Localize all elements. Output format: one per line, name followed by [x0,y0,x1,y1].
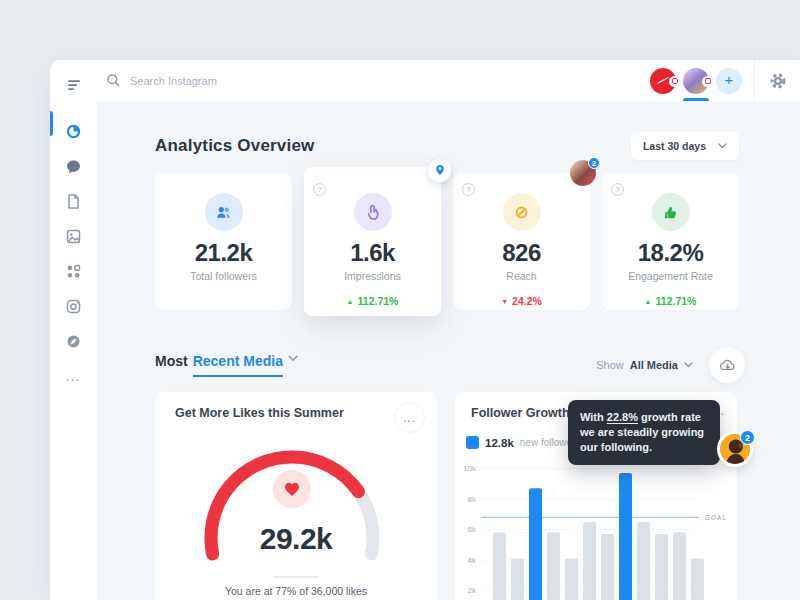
bar-4 [565,558,578,600]
notification-avatar[interactable]: 2 [570,160,596,186]
hamburger-icon [66,77,82,93]
sidebar-item-posts[interactable] [50,184,97,219]
grid-icon [65,263,82,280]
sidebar-item-media[interactable] [50,219,97,254]
down-arrow-icon: ▼ [501,298,508,305]
follower-avatar[interactable]: 2 [717,431,753,467]
engagement-icon [652,193,690,231]
media-selected-option[interactable]: Recent Media [193,353,283,377]
bar-9 [655,534,668,600]
search-input[interactable] [130,75,650,87]
stat-card-total-followers[interactable]: 21.2k Total followers [155,173,292,310]
sidebar: ... [50,60,97,600]
stat-delta: ▲ 112.71% [602,295,739,307]
media-filter-select[interactable]: All Media [630,359,678,371]
settings-gear-icon[interactable] [769,72,787,90]
stat-value: 826 [453,239,590,267]
compass-icon [65,333,82,350]
media-selector: Most Recent Media [155,353,298,377]
up-arrow-icon: ▲ [645,298,652,305]
date-range-select[interactable]: Last 30 days [631,132,739,160]
location-pin-badge[interactable] [428,159,451,182]
more-options-button[interactable]: ... [394,402,425,433]
media-prefix: Most [155,353,188,369]
stat-delta: ▼ 24.2% [453,295,590,307]
bar-3 [547,533,560,600]
impressions-icon [354,193,392,231]
likes-gauge [182,433,402,600]
bar-0 [493,533,506,600]
analytics-icon [65,123,82,140]
likes-goal-card: Get More Likes this Summer ... 29.2k You… [155,392,437,600]
svg-text:10k: 10k [463,464,477,473]
help-icon[interactable]: ? [611,183,624,196]
chevron-down-icon [718,143,727,149]
active-indicator [50,111,53,136]
topbar: + [97,60,800,101]
bar-11 [691,558,704,600]
likes-card-title: Get More Likes this Summer [175,406,344,420]
follower-growth-chart[interactable]: 2k4k6k8k10kGOAL [455,447,737,600]
account-avatar-profile[interactable] [683,68,709,94]
notification-count-badge: 2 [588,157,600,169]
tooltip-text: With 22.8% growth rate we are steadily g… [580,410,708,455]
instagram-badge-icon [702,76,713,87]
sidebar-item-analytics[interactable] [50,114,97,149]
stat-delta: ▲ 112.71% [304,295,441,307]
account-avatar-nike[interactable] [650,68,676,94]
sidebar-item-comments[interactable] [50,149,97,184]
show-label: Show [596,359,624,371]
growth-card-title: Follower Growth [471,406,570,420]
ellipsis-icon: ... [66,371,81,383]
sidebar-item-more[interactable]: ... [50,359,97,394]
stat-value: 18.2% [602,239,739,267]
svg-text:8k: 8k [468,495,477,504]
menu-toggle-button[interactable] [50,70,97,100]
stat-label: Reach [453,270,590,282]
svg-text:GOAL: GOAL [705,514,727,521]
help-icon[interactable]: ? [313,183,326,196]
cloud-download-icon [719,358,736,372]
bar-10 [673,533,686,600]
sidebar-item-apps[interactable] [50,254,97,289]
app-window: ... + [50,60,800,600]
pin-icon [434,163,446,178]
stat-cards-row: 21.2k Total followers ? [155,173,739,316]
notification-count-badge: 2 [740,430,755,445]
instagram-badge-icon [669,76,680,87]
reach-icon [503,193,541,231]
chevron-down-icon[interactable] [684,362,693,368]
sidebar-item-instagram[interactable] [50,289,97,324]
page-title: Analytics Overview [155,136,315,156]
bar-1 [511,558,524,600]
likes-caption: You are at 77% of 36,000 likes [155,585,437,597]
svg-text:2k: 2k [468,586,477,595]
stat-card-engagement[interactable]: ? 18.2% Engagement Rate ▲ 112.71% [602,173,739,310]
bar-6 [601,534,614,600]
up-arrow-icon: ▲ [347,298,354,305]
svg-text:4k: 4k [468,556,477,565]
document-icon [65,193,82,210]
stat-value: 21.2k [155,239,292,267]
account-switcher: + [650,60,742,101]
sidebar-item-explore[interactable] [50,324,97,359]
cloud-download-button[interactable] [709,347,745,383]
stat-value: 1.6k [304,239,441,267]
chevron-down-icon[interactable] [288,355,298,362]
photo-icon [65,228,82,245]
topbar-divider [754,60,755,101]
stat-card-impressions[interactable]: ? 1.6k Impressions [304,167,441,316]
add-account-button[interactable]: + [716,68,742,94]
comment-icon [65,158,82,175]
content-area: Analytics Overview Last 30 days [97,101,800,600]
bar-5 [583,522,596,600]
bar-2 [529,488,542,600]
stat-card-reach[interactable]: ? 2 826 Reach ▼ [453,173,590,310]
followers-icon [205,193,243,231]
camera-icon [65,298,82,315]
stat-label: Impressions [304,270,441,282]
bar-7 [619,473,632,600]
divider [273,576,319,578]
help-icon[interactable]: ? [462,183,475,196]
search-icon [106,73,121,88]
